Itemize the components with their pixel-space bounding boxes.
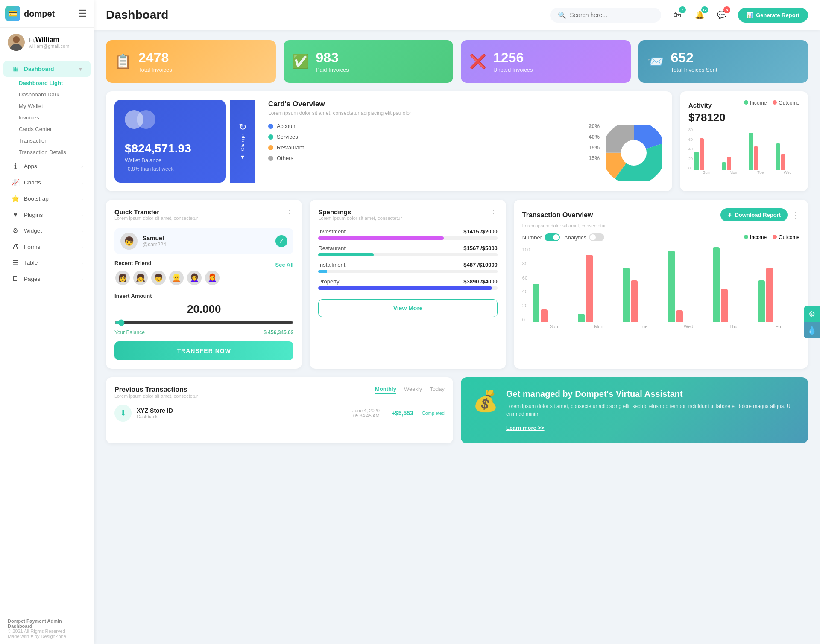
subnav-dashboard-light[interactable]: Dashboard Light xyxy=(15,77,94,89)
toggle-analytics[interactable] xyxy=(589,233,604,241)
y-60: 60 xyxy=(522,275,530,280)
chevron-right-icon-apps: › xyxy=(81,164,83,169)
insert-amount-label: Insert Amount xyxy=(114,293,293,299)
nav-item-dashboard[interactable]: ⊞ Dashboard ▼ xyxy=(3,61,91,77)
spend-top-installment: Installment $487 /$10000 xyxy=(318,262,497,268)
tx-date-text-0: June 4, 2020 xyxy=(352,408,380,413)
wallet-overview-card: $824,571.93 Wallet Balance +0.8% than la… xyxy=(106,91,672,191)
spendings-title: Spendings xyxy=(318,208,402,216)
unpaid-invoices-label: Unpaid Invoices xyxy=(493,67,533,73)
act-bar-mon-outcome xyxy=(727,157,731,170)
legend-dot-account xyxy=(268,124,273,129)
balance-value: $ 456,345.62 xyxy=(264,329,293,335)
generate-report-button[interactable]: 📊 Generate Report xyxy=(738,8,808,23)
sent-invoices-label: Total Invoices Sent xyxy=(671,67,718,73)
search-input[interactable] xyxy=(570,12,647,18)
subnav-my-wallet[interactable]: My Wallet xyxy=(15,100,94,112)
paid-invoices-number: 983 xyxy=(316,50,349,66)
y-40: 40 xyxy=(522,289,530,294)
y-100: 100 xyxy=(522,247,530,252)
tab-weekly[interactable]: Weekly xyxy=(404,386,422,394)
to-bar-wed-outcome xyxy=(676,310,683,322)
total-invoices-number: 2478 xyxy=(138,50,172,66)
nav-label-pages: Pages xyxy=(24,276,40,282)
virtual-assistant-card: 💰 Get managed by Dompet's Virtual Assist… xyxy=(461,377,808,443)
balance-row: Your Balance $ 456,345.62 xyxy=(114,329,293,335)
nav-label-dashboard: Dashboard xyxy=(24,66,54,72)
friend-av-3[interactable]: 👦 xyxy=(150,270,167,286)
spend-top-property: Property $3890 /$4000 xyxy=(318,278,497,285)
act-bar-sun-income xyxy=(694,152,699,170)
transfer-now-button[interactable]: TRANSFER NOW xyxy=(114,341,293,360)
notification-button[interactable]: 🔔 12 xyxy=(692,7,707,23)
legend-name-account: Account xyxy=(277,123,589,129)
tab-today[interactable]: Today xyxy=(430,386,445,394)
toggle-number[interactable] xyxy=(545,233,560,241)
apps-icon: ℹ xyxy=(11,162,20,170)
search-wrap: 🔍 xyxy=(550,8,661,23)
subnav-invoices[interactable]: Invoices xyxy=(15,112,94,123)
download-report-button[interactable]: ⬇ Download Report xyxy=(720,208,788,221)
spendings-header: Spendings Lorem ipsum dolor sit amet, co… xyxy=(318,208,497,227)
chevron-right-icon-pages: › xyxy=(81,276,83,281)
legend-name-others: Others xyxy=(277,155,589,161)
to-more-button[interactable]: ⋮ xyxy=(792,210,800,220)
nav-item-apps[interactable]: ℹ Apps › xyxy=(3,158,91,174)
nav-item-forms[interactable]: 🖨 Forms › xyxy=(3,239,91,254)
cart-badge: 2 xyxy=(679,6,686,13)
y-80: 80 xyxy=(522,261,530,266)
hamburger-button[interactable]: ☰ xyxy=(72,0,94,27)
cart-button[interactable]: 🛍 2 xyxy=(670,7,685,23)
cards-overview: Card's Overview Lorem ipsum dolor sit am… xyxy=(260,100,664,183)
chevron-right-icon-widget: › xyxy=(81,228,83,233)
subnav-transaction-details[interactable]: Transaction Details xyxy=(15,146,94,158)
view-more-button[interactable]: View More xyxy=(318,299,497,317)
spend-bar-bg-investment xyxy=(318,236,497,240)
pages-icon: 🗒 xyxy=(11,275,20,283)
amount-slider[interactable] xyxy=(114,319,293,326)
svg-point-7 xyxy=(621,140,647,166)
user-email: william@gmail.com xyxy=(29,44,69,49)
nav-item-pages[interactable]: 🗒 Pages › xyxy=(3,271,91,286)
legend-item-restaurant: Restaurant 15% xyxy=(268,144,600,151)
water-side-button[interactable]: 💧 xyxy=(804,322,820,338)
quick-transfer-card: Quick Transfer Lorem ipsum dolor sit ame… xyxy=(106,200,302,369)
spend-name-installment: Installment xyxy=(318,262,345,268)
prev-tx-va-row: Previous Transactions Lorem ipsum dolor … xyxy=(106,377,808,443)
qt-more-button[interactable]: ⋮ xyxy=(286,208,293,218)
stat-card-total: 📋 2478 Total Invoices xyxy=(106,40,276,83)
nav-item-widget[interactable]: ⚙ Widget › xyxy=(3,223,91,239)
nav-item-charts[interactable]: 📈 Charts › xyxy=(3,175,91,190)
spend-bar-bg-restaurant xyxy=(318,253,497,256)
nav-item-bootstrap[interactable]: ⭐ Bootstrap › xyxy=(3,191,91,207)
friend-av-4[interactable]: 👱 xyxy=(168,270,184,286)
nav-item-table[interactable]: ☰ Table › xyxy=(3,255,91,271)
stat-card-paid: ✅ 983 Paid Invoices xyxy=(284,40,454,83)
chevron-right-icon-forms: › xyxy=(81,244,83,249)
friend-av-6[interactable]: 👩‍🦰 xyxy=(204,270,220,286)
spend-val-installment: $487 /$10000 xyxy=(463,262,498,268)
y-0: 0 xyxy=(522,317,530,322)
see-all-button[interactable]: See All xyxy=(275,262,294,268)
spend-bar-installment xyxy=(318,270,327,273)
to-outcome-legend: Outcome xyxy=(773,234,800,240)
settings-side-button[interactable]: ⚙ xyxy=(804,306,820,322)
friend-av-1[interactable]: 👩 xyxy=(114,270,131,286)
to-bar-fri-income xyxy=(758,280,765,322)
tab-monthly[interactable]: Monthly xyxy=(375,386,396,394)
cards-overview-title: Card's Overview xyxy=(268,100,664,108)
subnav-cards-center[interactable]: Cards Center xyxy=(15,123,94,135)
spendings-more-button[interactable]: ⋮ xyxy=(490,208,498,218)
chevron-right-icon-charts: › xyxy=(81,180,83,185)
friend-av-5[interactable]: 👩‍🦱 xyxy=(186,270,202,286)
outcome-legend: Outcome xyxy=(773,100,800,106)
prev-tx-tabs: Monthly Weekly Today xyxy=(375,386,445,394)
nav-item-plugins[interactable]: ♥ Plugins › xyxy=(3,207,91,222)
message-button[interactable]: 💬 5 xyxy=(714,7,729,23)
subnav-transaction[interactable]: Transaction xyxy=(15,135,94,146)
wallet-change-button[interactable]: ↻ Change ▾ xyxy=(230,100,255,183)
va-learn-more-link[interactable]: Learn more >> xyxy=(506,425,545,431)
friend-av-2[interactable]: 👧 xyxy=(132,270,149,286)
nav-label-apps: Apps xyxy=(24,163,37,169)
subnav-dashboard-dark[interactable]: Dashboard Dark xyxy=(15,89,94,100)
